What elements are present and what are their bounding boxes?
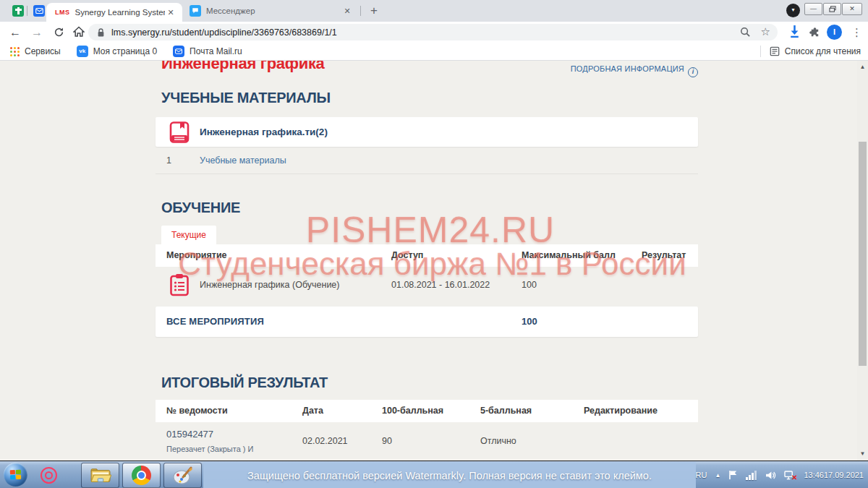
volume-icon[interactable] — [765, 471, 776, 480]
window-restore-button[interactable] — [823, 3, 841, 15]
network-signal-icon[interactable] — [746, 471, 757, 480]
cell-date: 02.02.2021 — [302, 422, 348, 461]
cell-score5: Отлично — [480, 422, 516, 461]
bookmark-mailru[interactable]: Почта Mail.ru — [173, 46, 242, 57]
tab-title: Synergy Learning System — [75, 8, 166, 17]
zoom-indicator-icon[interactable] — [740, 27, 751, 38]
taskbar-opera-button[interactable] — [41, 467, 57, 484]
tab-separator — [27, 6, 27, 16]
scroll-down-icon[interactable]: ▼ — [857, 449, 868, 459]
messenger-icon — [190, 5, 201, 17]
folder-icon — [90, 467, 111, 484]
address-bar[interactable]: lms.synergy.ru/student/updiscipline/3369… — [88, 24, 778, 40]
course-title: Инженерная графика.ти(2) — [200, 117, 328, 147]
vk-icon: vk — [77, 46, 88, 57]
tab-messenger[interactable]: Мессенджер ✕ — [182, 0, 359, 22]
reload-icon — [54, 27, 64, 38]
envelope-icon — [35, 8, 43, 14]
profile-avatar[interactable]: I — [827, 25, 842, 40]
home-icon — [73, 26, 85, 38]
system-tray: RU ▲ ✕ 13:46 17.09.2021 — [688, 461, 864, 488]
network-error-icon[interactable]: ✕ — [784, 471, 795, 480]
mailru-icon — [173, 46, 184, 57]
final-row: 015942477 Перезачет (Закрыта ) И 02.02.2… — [156, 422, 698, 461]
tray-expand-icon[interactable]: ▲ — [715, 472, 720, 479]
cell-sheet-note: Перезачет (Закрыта ) И — [166, 445, 254, 453]
window-close-button[interactable]: ✕ — [842, 3, 862, 15]
browser-tabstrip: LMS Synergy Learning System ✕ Мессенджер… — [0, 0, 868, 22]
reload-button[interactable] — [49, 23, 68, 41]
browser-toolbar: ← → lms.synergy.ru/student/updiscipline/… — [0, 22, 868, 43]
total-value: 100 — [522, 307, 537, 337]
pinned-tab-green[interactable] — [12, 5, 24, 17]
url-text[interactable]: lms.synergy.ru/student/updiscipline/3369… — [111, 27, 730, 38]
window-minimize-button[interactable]: — — [804, 3, 822, 15]
reading-list-icon — [770, 46, 780, 56]
row-number: 1 — [166, 147, 171, 174]
book-icon — [169, 121, 190, 143]
new-tab-button[interactable]: + — [365, 3, 383, 20]
watermark-line2: Студенческая биржа №1 в России — [0, 246, 864, 282]
action-center-flag-icon[interactable] — [728, 470, 738, 480]
taskbar-paint-button[interactable] — [163, 463, 202, 488]
windows-flag-icon — [10, 469, 21, 480]
col-date: Дата — [302, 400, 323, 422]
taskbar-explorer-button[interactable] — [81, 463, 119, 488]
bookmark-star-icon[interactable]: ☆ — [761, 27, 770, 38]
taskbar-watermark: Защищено бесплатной версией Watermarkly.… — [203, 462, 696, 488]
clock-time: 13:46 — [804, 470, 824, 480]
lms-logo: LMS — [55, 9, 70, 16]
lock-icon — [97, 27, 105, 38]
browser-menu-button[interactable]: ⋮ — [851, 24, 862, 41]
media-control-button[interactable]: ▾ — [786, 4, 800, 17]
back-button[interactable]: ← — [6, 23, 25, 41]
tab-separator — [360, 6, 361, 16]
page-content: Инженерная графика ПОДРОБНАЯ ИНФОРМАЦИЯi… — [0, 61, 868, 461]
bookmark-services[interactable]: Сервисы — [10, 46, 61, 56]
total-label: ВСЕ МЕРОПРИЯТИЯ — [166, 307, 264, 337]
col-5: 5-балльная — [480, 400, 532, 422]
taskbar-chrome-button[interactable] — [122, 463, 161, 488]
col-100: 100-балльная — [382, 400, 443, 422]
scrollbar[interactable]: ▲ ▼ — [857, 61, 868, 461]
reading-list-button[interactable]: Список для чтения — [770, 46, 861, 56]
bookmark-vk[interactable]: vk Моя страница 0 — [77, 46, 157, 57]
screen: LMS Synergy Learning System ✕ Мессенджер… — [0, 0, 868, 488]
cell-score100: 90 — [382, 422, 392, 461]
watermark-line1: PISHEM24.RU — [0, 209, 861, 251]
materials-link[interactable]: Учебные материалы — [200, 147, 286, 174]
course-card[interactable]: Инженерная графика.ти(2) — [156, 117, 698, 147]
total-row: ВСЕ МЕРОПРИЯТИЯ 100 — [156, 307, 698, 337]
clock-date: 17.09.2021 — [824, 470, 864, 480]
bookmarks-separator — [760, 46, 761, 57]
apps-grid-icon — [10, 47, 20, 56]
materials-heading: УЧЕБНЫЕ МАТЕРИАЛЫ — [161, 90, 331, 106]
info-icon: i — [688, 67, 698, 77]
language-indicator[interactable]: RU — [696, 471, 707, 479]
forward-button[interactable]: → — [27, 23, 46, 41]
chrome-icon — [132, 466, 151, 485]
cell-sheet-number: 015942477 — [166, 429, 213, 440]
final-heading: ИТОГОВЫЙ РЕЗУЛЬТАТ — [161, 374, 328, 391]
taskbar-clock[interactable]: 13:46 17.09.2021 — [804, 470, 864, 480]
taskbar: Защищено бесплатной версией Watermarkly.… — [0, 461, 868, 488]
col-sheet: № ведомости — [166, 400, 228, 422]
col-edit: Редактирование — [584, 400, 658, 422]
paint-icon — [173, 466, 193, 485]
final-table-header: № ведомости Дата 100-балльная 5-балльная… — [156, 400, 698, 422]
extensions-puzzle-icon[interactable] — [809, 26, 821, 41]
home-button[interactable] — [69, 23, 88, 41]
download-icon[interactable] — [788, 25, 801, 41]
scrollbar-thumb[interactable] — [859, 142, 867, 366]
tab-synergy[interactable]: LMS Synergy Learning System ✕ — [46, 3, 182, 22]
restore-icon — [829, 6, 836, 12]
tab-close-icon[interactable]: ✕ — [341, 5, 353, 17]
start-button[interactable] — [4, 463, 27, 487]
scroll-up-icon[interactable]: ▲ — [857, 62, 868, 72]
tab-title: Мессенджер — [206, 7, 341, 15]
pinned-tab-mail[interactable] — [33, 5, 45, 17]
materials-row: 1 Учебные материалы — [156, 147, 698, 174]
bookmarks-bar: Сервисы vk Моя страница 0 Почта Mail.ru … — [0, 43, 868, 61]
details-link[interactable]: ПОДРОБНАЯ ИНФОРМАЦИЯi — [156, 64, 698, 77]
tab-close-icon[interactable]: ✕ — [165, 7, 176, 18]
